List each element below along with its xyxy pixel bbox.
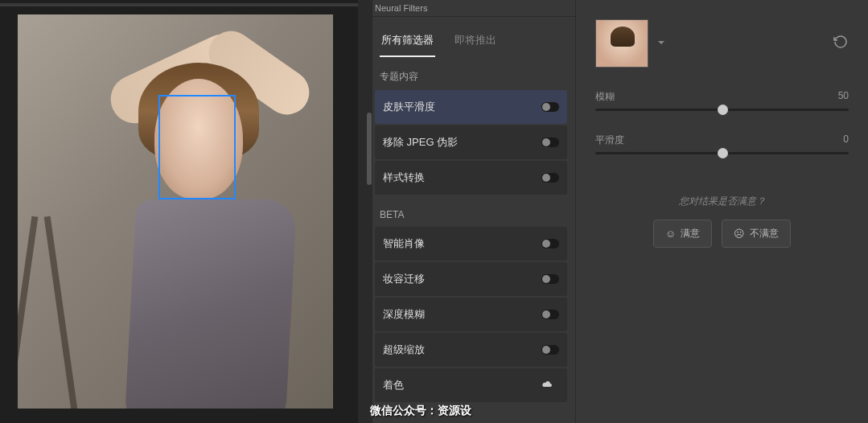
- filter-label: 超级缩放: [383, 343, 425, 357]
- properties-panel: 模糊 50 平滑度 0 您对结果是否满意？ ☺ 满意: [575, 0, 868, 423]
- filter-jpeg-artifacts[interactable]: 移除 JPEG 伪影: [375, 125, 567, 159]
- slider-smooth-knob[interactable]: [718, 148, 728, 158]
- image-canvas[interactable]: [18, 14, 333, 409]
- section-featured: 专题内容: [367, 57, 575, 90]
- face-thumbnail[interactable]: [595, 19, 648, 68]
- filter-label: 皮肤平滑度: [383, 100, 435, 114]
- filter-super-zoom[interactable]: 超级缩放: [375, 333, 567, 367]
- slider-smoothness: 平滑度 0: [595, 133, 849, 154]
- slider-label: 平滑度: [595, 133, 624, 147]
- reset-icon[interactable]: [833, 35, 849, 52]
- face-dropdown-chevron[interactable]: [656, 38, 666, 50]
- filter-smart-portrait[interactable]: 智能肖像: [375, 227, 567, 261]
- section-beta: BETA: [367, 196, 575, 227]
- frown-icon: ☹: [734, 228, 745, 240]
- slider-blur-knob[interactable]: [718, 105, 728, 115]
- toggle-zoom[interactable]: [541, 345, 559, 355]
- slider-blur-track[interactable]: [595, 109, 849, 111]
- filter-skin-smoothing[interactable]: 皮肤平滑度: [375, 90, 567, 124]
- tab-all-filters[interactable]: 所有筛选器: [380, 28, 435, 57]
- filter-label: 着色: [383, 378, 404, 392]
- tab-coming-soon[interactable]: 即将推出: [453, 28, 498, 57]
- toggle-depth[interactable]: [541, 310, 559, 319]
- button-label: 不满意: [750, 227, 779, 240]
- filter-label: 妆容迁移: [383, 272, 425, 286]
- cloud-download-icon: [541, 380, 553, 392]
- filter-depth-blur[interactable]: 深度模糊: [375, 298, 567, 331]
- filter-label: 移除 JPEG 伪影: [383, 135, 458, 150]
- toggle-jpeg[interactable]: [541, 138, 559, 147]
- toggle-portrait[interactable]: [541, 239, 559, 248]
- slider-value: 0: [843, 133, 849, 147]
- smile-icon: ☺: [665, 228, 676, 240]
- panel-scrollbar[interactable]: [366, 0, 372, 423]
- slider-blur: 模糊 50: [595, 90, 849, 111]
- unsatisfied-button[interactable]: ☹ 不满意: [722, 220, 791, 248]
- slider-value: 50: [838, 90, 849, 104]
- filter-label: 深度模糊: [383, 307, 425, 322]
- panel-title: Neural Filters: [367, 0, 575, 17]
- filter-makeup-transfer[interactable]: 妆容迁移: [375, 262, 567, 296]
- canvas-scrollbar[interactable]: [358, 0, 366, 423]
- feedback-question: 您对结果是否满意？: [595, 195, 849, 208]
- slider-label: 模糊: [595, 90, 615, 104]
- filter-style-transfer[interactable]: 样式转换: [375, 161, 567, 195]
- toggle-style[interactable]: [541, 173, 559, 183]
- satisfied-button[interactable]: ☺ 满意: [653, 220, 712, 248]
- filter-label: 样式转换: [383, 170, 425, 185]
- toggle-makeup[interactable]: [541, 274, 559, 284]
- toggle-skin[interactable]: [541, 102, 559, 112]
- filter-colorize[interactable]: 着色: [375, 368, 567, 402]
- filter-list-panel: Neural Filters 所有筛选器 即将推出 专题内容 皮肤平滑度 移除 …: [366, 0, 575, 423]
- canvas-panel: [0, 0, 366, 423]
- slider-smooth-track[interactable]: [595, 152, 849, 154]
- button-label: 满意: [681, 227, 700, 240]
- filter-label: 智能肖像: [383, 236, 425, 251]
